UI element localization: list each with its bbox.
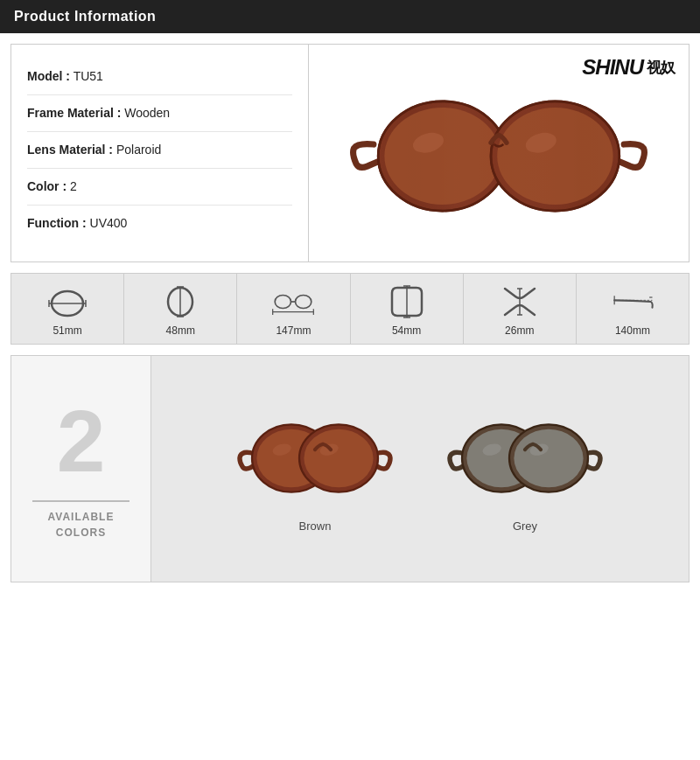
lens-material-row: Lens Material : Polaroid [27,132,292,169]
measurement-temple: 140mm [577,274,689,344]
measurement-frame-width-value: 147mm [276,324,311,337]
colors-count-area: 2 AVAILABLE COLORS [11,356,151,582]
color-option-brown: Brown [236,406,394,533]
measurement-lens-height-value: 48mm [166,324,195,337]
brand-name: SHINU [582,55,643,80]
measurement-nose-bridge: 26mm [464,274,577,344]
grey-sunglasses-image [446,406,604,511]
grey-color-label: Grey [513,519,537,533]
lens-value: Polaroid [116,143,161,157]
nose-bridge-icon [498,284,542,319]
lens-width-icon [46,284,89,319]
color-row: Color : 2 [27,169,292,206]
measurement-lens-height: 48mm [124,274,237,344]
brand-chinese: 视奴 [647,58,675,78]
svg-point-35 [304,429,373,487]
measurement-bridge-value: 54mm [392,324,421,337]
colors-number: 2 [57,397,106,485]
measurement-frame-width: 147mm [237,274,350,344]
product-image [350,73,648,234]
colors-options-area: Brown [151,356,689,582]
measurement-temple-value: 140mm [615,324,650,337]
page-header: Product Information [0,0,700,33]
frame-label: Frame Material : [27,106,121,120]
product-info-box: Model : TU51 Frame Material : Wooden Len… [10,44,690,262]
lens-height-icon [158,284,202,319]
product-image-area [323,57,675,249]
product-specs: Model : TU51 Frame Material : Wooden Len… [11,45,309,261]
brand-logo: SHINU 视奴 [582,55,675,80]
function-value: UV400 [90,216,128,230]
color-option-grey: Grey [446,406,604,533]
frame-value: Wooden [124,106,170,120]
svg-point-17 [296,296,312,309]
measurement-lens-width-value: 51mm [52,324,81,337]
color-value: 2 [70,179,77,193]
measurement-lens-width: 51mm [11,274,124,344]
svg-point-16 [276,296,291,309]
main-content: Model : TU51 Frame Material : Wooden Len… [0,33,700,593]
colors-label: AVAILABLE COLORS [48,509,115,540]
measurements-row: 51mm 48mm [10,273,690,345]
function-label: Function : [27,216,87,230]
colors-section: 2 AVAILABLE COLORS [10,355,690,582]
model-value: TU51 [74,69,103,83]
svg-point-2 [384,108,500,205]
lens-label: Lens Material : [27,143,113,157]
frame-material-row: Frame Material : Wooden [27,95,292,132]
product-image-section: SHINU 视奴 [309,45,689,261]
svg-point-41 [514,429,583,487]
svg-point-6 [497,108,612,205]
bridge-width-icon [385,284,429,319]
color-label: Color : [27,179,66,193]
function-row: Function : UV400 [27,206,292,241]
brown-sunglasses-image [236,406,394,511]
model-label: Model : [27,69,70,83]
measurement-nose-bridge-value: 26mm [505,324,534,337]
frame-width-icon [271,284,315,319]
measurement-bridge: 54mm [351,274,464,344]
brown-color-label: Brown [299,519,332,533]
temple-length-icon [611,284,654,319]
model-row: Model : TU51 [27,59,292,95]
colors-divider [32,500,130,502]
page-title: Product Information [14,9,156,24]
